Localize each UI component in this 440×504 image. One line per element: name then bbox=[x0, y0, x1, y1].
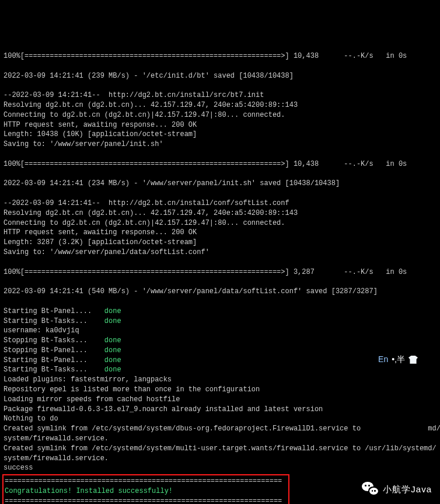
box-divider: ========================================… bbox=[5, 497, 282, 504]
saved-line: 2022-03-09 14:21:41 (239 MB/s) - '/etc/i… bbox=[4, 72, 294, 80]
saved-line: 2022-03-09 14:21:41 (540 MB/s) - '/www/s… bbox=[4, 287, 378, 296]
wget-connect: Connecting to dg2.bt.cn (dg2.bt.cn)|42.1… bbox=[4, 219, 285, 227]
terminal-output: 100%[===================================… bbox=[4, 41, 436, 504]
status-done: done bbox=[104, 317, 121, 325]
yum-pkg: Package firewalld-0.6.3-13.el7_9.noarch … bbox=[4, 405, 323, 413]
wget-resolve: Resolving dg2.bt.cn (dg2.bt.cn)... 42.15… bbox=[4, 101, 298, 109]
svc-line: Stopping Bt-Panel... bbox=[4, 346, 88, 354]
progress-line: 100%[===================================… bbox=[4, 52, 407, 60]
wechat-icon bbox=[362, 482, 378, 496]
ime-indicator[interactable]: En •,半 bbox=[378, 354, 418, 366]
shirt-icon bbox=[408, 356, 418, 364]
yum-nothing: Nothing to do bbox=[4, 415, 58, 423]
wget-http: HTTP request sent, awaiting response... … bbox=[4, 121, 197, 129]
saved-line: 2022-03-09 14:21:41 (234 MB/s) - '/www/s… bbox=[4, 179, 340, 187]
wget-saving: Saving to: '/www/server/panel/init.sh' bbox=[4, 140, 163, 148]
svc-line: Starting Bt-Panel... bbox=[4, 356, 88, 364]
watermark: 小航学Java bbox=[362, 482, 432, 496]
svc-line: Starting Bt-Panel.... bbox=[4, 307, 92, 315]
wget-start: --2022-03-09 14:21:41-- http://dg2.bt.cn… bbox=[4, 199, 289, 207]
status-done: done bbox=[104, 356, 121, 364]
wget-connect: Connecting to dg2.bt.cn (dg2.bt.cn)|42.1… bbox=[4, 111, 285, 119]
box-divider: ========================================… bbox=[5, 477, 282, 485]
wget-start: --2022-03-09 14:21:41-- http://dg2.bt.cn… bbox=[4, 91, 264, 99]
progress-line: 100%[===================================… bbox=[4, 160, 407, 168]
success-line: success bbox=[4, 464, 33, 472]
ime-lang: En bbox=[378, 354, 388, 366]
symlink-line: system/firewalld.service. bbox=[4, 454, 109, 463]
svc-line: Stopping Bt-Tasks... bbox=[4, 336, 88, 345]
status-done: done bbox=[104, 346, 121, 354]
congrats-message: Congratulations! Installed successfully! bbox=[5, 487, 173, 495]
status-done: done bbox=[104, 336, 121, 345]
symlink-line: Created symlink from /etc/systemd/system… bbox=[4, 425, 361, 433]
symlink-line: system/firewalld.service. bbox=[4, 435, 109, 443]
wget-resolve: Resolving dg2.bt.cn (dg2.bt.cn)... 42.15… bbox=[4, 209, 298, 217]
wget-length: Length: 10438 (10K) [application/octet-s… bbox=[4, 130, 197, 138]
progress-line: 100%[===================================… bbox=[4, 268, 407, 276]
wget-length: Length: 3287 (3.2K) [application/octet-s… bbox=[4, 238, 197, 246]
yum-plugins: Loaded plugins: fastestmirror, langpacks bbox=[4, 376, 172, 384]
username-generated: username: ka0dvjiq bbox=[4, 326, 79, 335]
ime-mode: •,半 bbox=[392, 354, 405, 366]
svc-line: Starting Bt-Tasks... bbox=[4, 366, 88, 374]
yum-mirror: Loading mirror speeds from cached hostfi… bbox=[4, 395, 180, 404]
wget-http: HTTP request sent, awaiting response... … bbox=[4, 228, 197, 237]
yum-repo: Repository epel is listed more than once… bbox=[4, 385, 260, 394]
wget-saving: Saving to: '/www/server/panel/data/softL… bbox=[4, 248, 209, 256]
status-done: done bbox=[104, 366, 121, 374]
watermark-text: 小航学Java bbox=[383, 483, 432, 495]
symlink-line: Created symlink from /etc/systemd/system… bbox=[4, 444, 436, 453]
svc-line: Starting Bt-Tasks... bbox=[4, 317, 88, 325]
status-done: done bbox=[104, 307, 121, 315]
install-success-box: ========================================… bbox=[2, 474, 289, 504]
